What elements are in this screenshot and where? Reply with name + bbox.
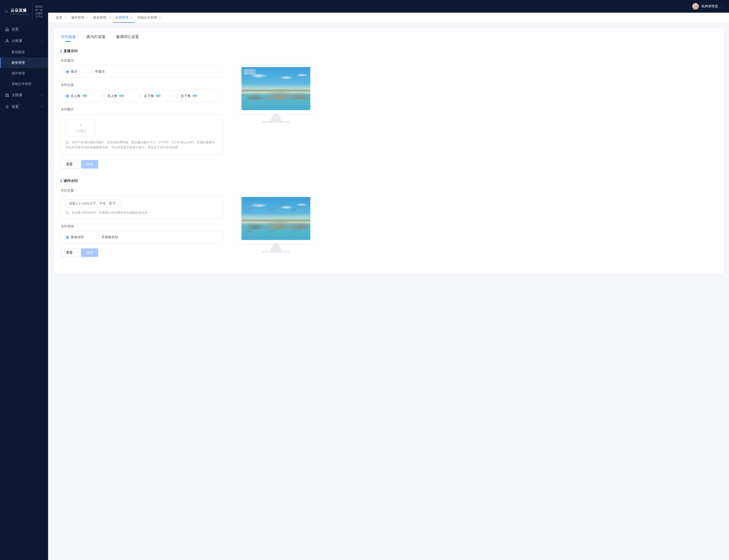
radio-topright[interactable]: 右上角 <box>102 94 124 98</box>
reset-button[interactable]: 重置 <box>61 160 78 169</box>
close-icon[interactable]: ✕ <box>86 16 89 19</box>
chevron-down-icon: ﹀ <box>41 93 43 97</box>
tab-recording[interactable]: 录制文件管理✕ <box>136 13 163 23</box>
nav-settings[interactable]: 设置 ﹀ <box>0 101 48 113</box>
svg-point-4 <box>7 106 8 107</box>
radio-display: 显示 不显示 <box>61 66 223 78</box>
text-note: 注：若设置为添加水印，对直播上传的课件和生成的回放生效 <box>66 210 218 215</box>
section-title-courseware: 课件水印 <box>61 179 716 183</box>
upload-button[interactable]: + 上传图片 <box>66 119 96 137</box>
save-button[interactable]: 保存 <box>81 160 98 169</box>
reset-button-2[interactable]: 重置 <box>61 248 78 257</box>
label-text: 水印文案 <box>61 188 223 193</box>
label-add: 水印添加 <box>61 224 223 229</box>
topbar: 机构管理员 ﹀ <box>48 0 729 13</box>
chevron-up-icon: ︿ <box>41 39 43 43</box>
label-position: 水印位置 <box>61 83 223 87</box>
home-icon <box>5 27 9 31</box>
chevron-down-icon[interactable]: ﹀ <box>720 5 723 8</box>
upload-note: 注：水印只支持png格式图片，且必须为透明底。建议最佳图片尺寸：174*80，大… <box>66 140 218 150</box>
nav-sub-recording[interactable]: 录制文件管理 <box>0 79 48 89</box>
radio-hide[interactable]: 不显示 <box>90 69 105 74</box>
section-title-live: 直播水印 <box>61 49 716 53</box>
svg-point-2 <box>6 94 7 95</box>
logo-area: 云朵直播 yunduoketang.com 教育机构一站 式服务云平台 <box>0 0 48 24</box>
close-icon[interactable]: ✕ <box>64 16 67 19</box>
preview-monitor-2: 直播水印样本直播水印样本 直播水印样本直播水印样本 直播水印样本直播水印样本 <box>238 193 314 253</box>
label-display: 水印显示 <box>61 58 223 63</box>
sidebar: 云朵直播 yunduoketang.com 教育机构一站 式服务云平台 首页 小… <box>0 0 48 560</box>
watermark-text-input[interactable] <box>66 199 121 208</box>
close-icon[interactable]: ✕ <box>159 16 161 19</box>
nav-sub-courseware[interactable]: 课件管理 <box>0 68 48 79</box>
inner-tab-watermark[interactable]: 水印设置 <box>61 34 76 42</box>
chevron-down-icon: ﹀ <box>41 105 43 109</box>
radio-topleft[interactable]: 左上角 <box>66 94 87 98</box>
radio-position: 左上角 右上角 左下角 右下角 <box>61 90 223 102</box>
watermark-badge <box>244 69 256 75</box>
group-icon <box>5 93 9 97</box>
brand-domain: yunduoketang.com <box>11 13 30 15</box>
plus-icon: + <box>79 123 82 128</box>
brand-name: 云朵直播 <box>11 8 30 13</box>
radio-noaddwm[interactable]: 不添加水印 <box>96 235 118 239</box>
tab-home[interactable]: 首页✕ <box>54 13 68 23</box>
radio-bottomright[interactable]: 右下角 <box>176 94 197 98</box>
preview-monitor-1 <box>238 64 314 123</box>
user-name: 机构管理员 <box>701 4 718 9</box>
page-tabs: 首页✕ 课件管理✕ 教室管理✕ 全局管理✕ 录制文件管理✕ <box>48 13 729 23</box>
watermark-diagonal: 直播水印样本直播水印样本 直播水印样本直播水印样本 直播水印样本直播水印样本 <box>241 197 310 240</box>
radio-addwm[interactable]: 添加水印 <box>66 235 84 239</box>
close-icon[interactable]: ✕ <box>108 16 111 19</box>
label-image: 水印图片 <box>61 107 223 112</box>
inner-tab-marquee[interactable]: 跑马灯设置 <box>87 34 106 42</box>
tab-classroom[interactable]: 教室管理✕ <box>92 13 112 23</box>
nav-sub-classroom[interactable]: 教室管理 <box>0 57 48 68</box>
inner-tabs: 水印设置 跑马灯设置 敏感词汇设置 <box>61 34 716 42</box>
user-icon <box>5 39 9 43</box>
close-icon[interactable]: ✕ <box>130 16 133 19</box>
radio-show[interactable]: 显示 <box>66 69 77 74</box>
radio-bottomleft[interactable]: 左下角 <box>139 94 160 98</box>
tab-courseware[interactable]: 课件管理✕ <box>70 13 90 23</box>
nav-small-class[interactable]: 小班课 ︿ <box>0 35 48 47</box>
radio-add: 添加水印 不添加水印 <box>61 231 223 243</box>
brand-tagline: 教育机构一站 式服务云平台 <box>32 5 44 18</box>
gear-icon <box>5 105 9 109</box>
nav-big-class[interactable]: 大班课 ﹀ <box>0 89 48 101</box>
logo-icon <box>4 8 8 15</box>
tab-global[interactable]: 全局管理✕ <box>114 13 134 23</box>
avatar[interactable] <box>692 3 699 10</box>
svg-point-3 <box>7 94 8 95</box>
nav-sub-data[interactable]: 数据概览 <box>0 47 48 57</box>
nav-home[interactable]: 首页 <box>0 24 48 35</box>
inner-tab-sensitive[interactable]: 敏感词汇设置 <box>116 34 139 42</box>
save-button-2[interactable]: 保存 <box>81 248 98 257</box>
upload-area: + 上传图片 注：水印只支持png格式图片，且必须为透明底。建议最佳图片尺寸：1… <box>61 114 223 155</box>
svg-point-0 <box>5 12 6 13</box>
svg-point-1 <box>6 39 8 41</box>
